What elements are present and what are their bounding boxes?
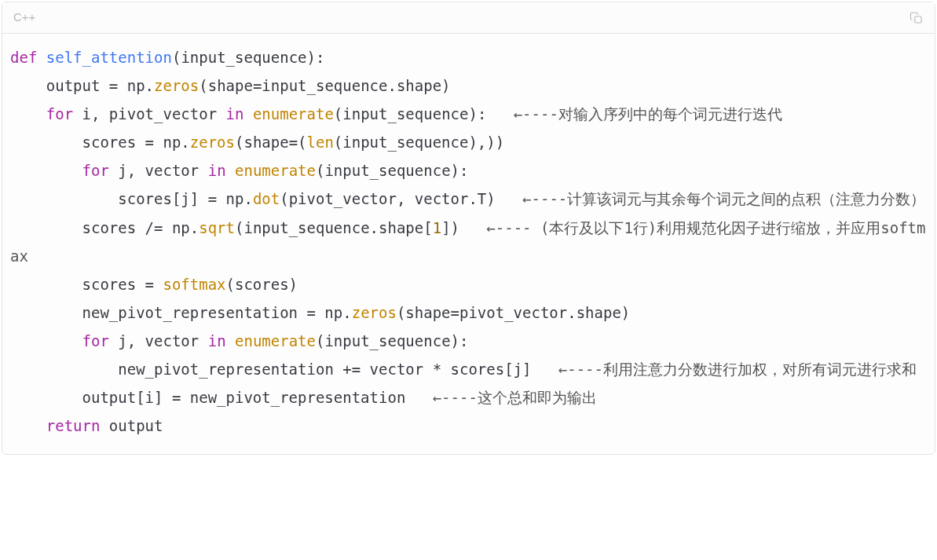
code-block: C++ def self_attention(input_sequence): … <box>2 2 935 455</box>
comment: ←----计算该词元与其余每个词元之间的点积（注意力分数） <box>522 190 925 207</box>
comment: ←----对输入序列中的每个词元进行迭代 <box>514 105 782 123</box>
fn-call: sqrt <box>199 219 235 236</box>
comment: ←----利用注意力分数进行加权，对所有词元进行求和 <box>558 361 917 378</box>
copy-icon <box>910 11 924 25</box>
code-language-label: C++ <box>13 6 35 29</box>
code-text: (pivot_vector, vector.T) <box>280 190 522 207</box>
code-text: scores = <box>10 276 163 293</box>
fn-call: zeros <box>190 134 235 151</box>
code-text: (shape=pivot_vector.shape) <box>397 304 630 321</box>
code-text <box>226 162 235 179</box>
svg-rect-0 <box>915 16 921 22</box>
fn-call: softmax <box>163 276 225 293</box>
code-text: (shape=input_sequence.shape) <box>199 77 450 94</box>
code-text: j, vector <box>109 162 208 179</box>
fn-call: enumerate <box>253 105 334 123</box>
code-text <box>243 105 252 123</box>
fn-name: self_attention <box>46 49 172 66</box>
code-text <box>226 332 235 350</box>
code-text: (input_sequence),)) <box>334 134 504 151</box>
code-text: (input_sequence): <box>316 332 468 350</box>
code-text: j, vector <box>109 332 208 350</box>
kw-in: in <box>208 332 226 350</box>
code-text: (input_sequence): <box>172 49 324 66</box>
kw-for: for <box>10 162 109 179</box>
code-text: (input_sequence): <box>334 105 514 123</box>
code-text: (scores) <box>226 276 298 293</box>
copy-button[interactable] <box>910 11 924 25</box>
fn-call: zeros <box>352 304 397 321</box>
code: def self_attention(input_sequence): outp… <box>10 49 925 434</box>
code-text: scores = np. <box>10 134 190 151</box>
code-text: (input_sequence.shape[ <box>235 219 433 236</box>
fn-call: enumerate <box>235 332 316 350</box>
code-text: (shape=( <box>235 134 307 151</box>
code-header: C++ <box>2 2 935 34</box>
fn-call: zeros <box>154 77 199 94</box>
code-text: new_pivot_representation += vector * sco… <box>10 361 558 378</box>
kw-in: in <box>208 162 226 179</box>
code-text: output <box>100 417 163 434</box>
kw-def: def <box>10 49 37 66</box>
number: 1 <box>433 219 441 236</box>
code-content: def self_attention(input_sequence): outp… <box>2 34 935 454</box>
code-text: (input_sequence): <box>316 162 468 179</box>
fn-call: dot <box>253 190 280 207</box>
code-text: new_pivot_representation = np. <box>10 304 352 321</box>
code-text: scores /= np. <box>10 219 199 236</box>
kw-for: for <box>10 332 109 350</box>
code-text: ]) <box>441 219 486 236</box>
code-text: output[i] = new_pivot_representation <box>10 389 433 406</box>
code-text: scores[j] = np. <box>10 190 253 207</box>
comment: ←----这个总和即为输出 <box>433 389 597 406</box>
kw-in: in <box>226 105 244 123</box>
code-text: output = np. <box>10 77 154 94</box>
code-text: i, pivot_vector <box>73 105 225 123</box>
fn-call: len <box>307 134 334 151</box>
kw-for: for <box>10 105 73 123</box>
fn-call: enumerate <box>235 162 316 179</box>
kw-return: return <box>10 417 100 434</box>
